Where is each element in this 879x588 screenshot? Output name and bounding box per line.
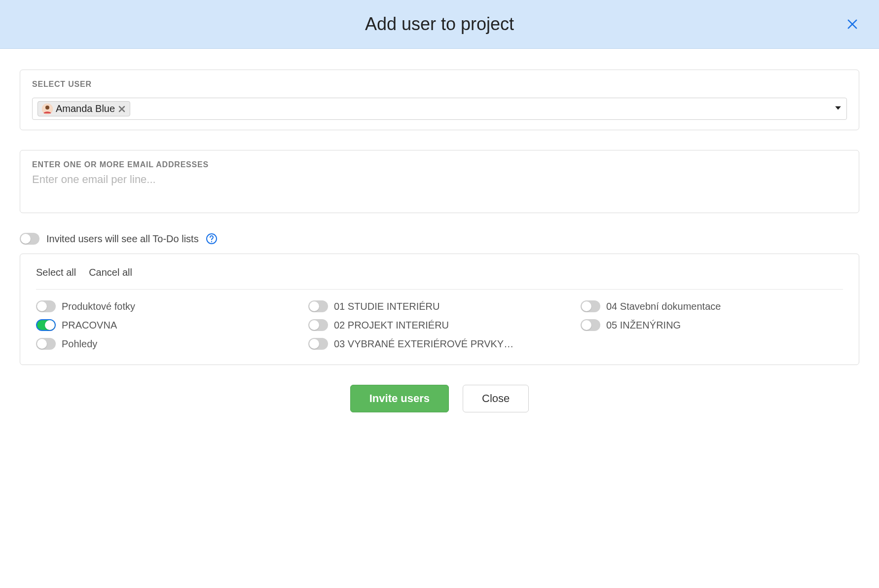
list-item-toggle[interactable] xyxy=(308,319,328,331)
modal-title: Add user to project xyxy=(365,14,514,35)
close-button[interactable]: Close xyxy=(463,385,529,412)
list-item-toggle[interactable] xyxy=(308,300,328,312)
list-item-toggle[interactable] xyxy=(581,300,600,312)
chevron-down-icon[interactable] xyxy=(835,105,842,113)
modal-body: SELECT USER Amanda Blue xyxy=(0,49,879,432)
email-textarea[interactable] xyxy=(32,173,847,201)
list-item: 05 INŽENÝRING xyxy=(581,319,843,331)
list-item-toggle[interactable] xyxy=(581,319,600,331)
select-all-button[interactable]: Select all xyxy=(36,267,76,278)
select-user-panel: SELECT USER Amanda Blue xyxy=(20,70,859,130)
email-label: ENTER ONE OR MORE EMAIL ADDRESSES xyxy=(32,160,847,169)
avatar xyxy=(42,104,53,114)
help-icon[interactable] xyxy=(206,233,218,245)
list-item: PRACOVNA xyxy=(36,319,298,331)
lists-actions: Select all Cancel all xyxy=(36,267,843,290)
user-chip-name: Amanda Blue xyxy=(56,103,115,114)
list-item: 04 Stavební dokumentace xyxy=(581,300,843,312)
modal-footer: Invite users Close xyxy=(20,385,859,432)
list-item: Pohledy xyxy=(36,338,298,350)
list-item-label: Produktové fotky xyxy=(62,301,135,312)
list-item-label: 02 PROJEKT INTERIÉRU xyxy=(334,320,449,331)
list-item: 02 PROJEKT INTERIÉRU xyxy=(308,319,571,331)
list-item-label: 05 INŽENÝRING xyxy=(606,320,681,331)
add-user-modal: Add user to project SELECT USER xyxy=(0,0,879,432)
cancel-all-button[interactable]: Cancel all xyxy=(89,267,132,278)
select-user-label: SELECT USER xyxy=(32,80,847,89)
list-item-label: 03 VYBRANÉ EXTERIÉROVÉ PRVKY… xyxy=(334,338,513,350)
list-item-toggle[interactable] xyxy=(36,338,56,350)
svg-point-5 xyxy=(211,241,212,242)
list-item-toggle[interactable] xyxy=(308,338,328,350)
list-item: Produktové fotky xyxy=(36,300,298,312)
list-item-toggle[interactable] xyxy=(36,319,56,331)
list-item-label: 04 Stavební dokumentace xyxy=(606,301,721,312)
list-item: 01 STUDIE INTERIÉRU xyxy=(308,300,571,312)
remove-chip-icon[interactable] xyxy=(118,105,126,113)
modal-header: Add user to project xyxy=(0,0,879,49)
list-item-label: PRACOVNA xyxy=(62,320,117,331)
email-panel: ENTER ONE OR MORE EMAIL ADDRESSES xyxy=(20,150,859,213)
list-item-label: 01 STUDIE INTERIÉRU xyxy=(334,301,440,312)
svg-point-3 xyxy=(45,106,49,110)
visibility-toggle-row: Invited users will see all To-Do lists xyxy=(20,233,859,245)
user-chip: Amanda Blue xyxy=(37,101,130,116)
list-item: 03 VYBRANÉ EXTERIÉROVÉ PRVKY… xyxy=(308,338,571,350)
close-icon[interactable] xyxy=(845,17,859,31)
list-item-toggle[interactable] xyxy=(36,300,56,312)
visibility-toggle[interactable] xyxy=(20,233,39,245)
lists-grid: Produktové fotky01 STUDIE INTERIÉRU04 St… xyxy=(36,300,843,350)
select-user-input[interactable]: Amanda Blue xyxy=(32,98,847,120)
lists-panel: Select all Cancel all Produktové fotky01… xyxy=(20,254,859,365)
visibility-toggle-label: Invited users will see all To-Do lists xyxy=(46,233,199,245)
invite-users-button[interactable]: Invite users xyxy=(350,385,449,412)
list-item-label: Pohledy xyxy=(62,338,97,350)
